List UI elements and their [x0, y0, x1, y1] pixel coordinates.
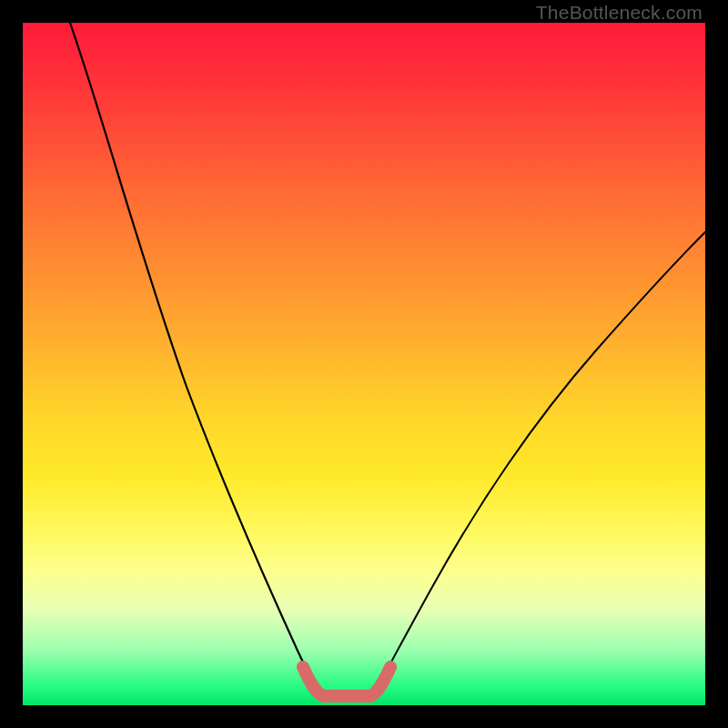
right-curve	[375, 232, 705, 692]
chart-frame: TheBottleneck.com	[0, 0, 728, 728]
bottom-band	[303, 667, 390, 696]
left-curve	[70, 23, 319, 692]
curve-overlay	[23, 23, 705, 705]
plot-area	[23, 23, 705, 705]
watermark-text: TheBottleneck.com	[536, 2, 703, 24]
